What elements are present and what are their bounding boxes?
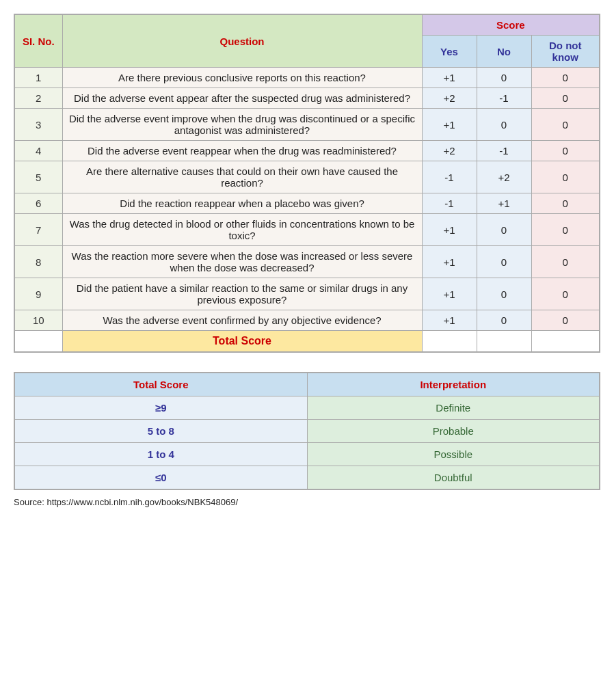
question-text: Was the drug detected in blood or other … [62,214,422,246]
question-text: Are there alternative causes that could … [62,161,422,193]
question-text: Did the adverse event reappear when the … [62,141,422,161]
score-no: 0 [477,109,531,141]
interp-row: 1 to 4Possible [14,443,600,466]
score-donotknow: 0 [531,68,600,88]
score-no: 0 [477,278,531,310]
col-header-no: No [477,36,531,68]
question-text: Was the reaction more severe when the do… [62,246,422,278]
score-donotknow: 0 [531,161,600,193]
score-donotknow: 0 [531,246,600,278]
col-header-yes: Yes [422,36,477,68]
interp-meaning: Doubtful [307,466,600,490]
score-no: +2 [477,161,531,193]
score-yes: +2 [422,88,477,109]
score-donotknow: 0 [531,278,600,310]
score-donotknow: 0 [531,88,600,109]
interp-meaning: Probable [307,420,600,443]
score-no: -1 [477,88,531,109]
col-header-question: Question [62,14,422,68]
col-header-score: Score [422,14,600,36]
score-no: 0 [477,68,531,88]
question-text: Did the reaction reappear when a placebo… [62,193,422,214]
total-score-label: Total Score [62,331,422,353]
si-number: 1 [14,68,62,88]
score-yes: -1 [422,161,477,193]
interp-row: ≥9Definite [14,396,600,420]
si-number: 6 [14,193,62,214]
si-number: 8 [14,246,62,278]
naranjo-table: SI. No. Question Score Yes No Do notknow… [14,14,600,353]
question-text: Did the adverse event improve when the d… [62,109,422,141]
table-row: 7Was the drug detected in blood or other… [14,214,600,246]
score-no: 0 [477,214,531,246]
table-row: 9Did the patient have a similar reaction… [14,278,600,310]
interp-col-score: Total Score [14,373,307,396]
score-no: 0 [477,246,531,278]
si-number: 9 [14,278,62,310]
score-yes: -1 [422,193,477,214]
interpretation-table: Total Score Interpretation ≥9Definite5 t… [14,372,600,490]
interp-score-value: 5 to 8 [14,420,307,443]
interp-col-interp: Interpretation [307,373,600,396]
interp-score-value: ≤0 [14,466,307,490]
score-no: 0 [477,310,531,331]
score-yes: +1 [422,278,477,310]
score-yes: +2 [422,141,477,161]
question-text: Are there previous conclusive reports on… [62,68,422,88]
table-row: 8Was the reaction more severe when the d… [14,246,600,278]
interp-row: ≤0Doubtful [14,466,600,490]
question-text: Did the patient have a similar reaction … [62,278,422,310]
interp-score-value: 1 to 4 [14,443,307,466]
question-text: Was the adverse event confirmed by any o… [62,310,422,331]
si-number: 3 [14,109,62,141]
table-row: 6Did the reaction reappear when a placeb… [14,193,600,214]
si-number: 2 [14,88,62,109]
score-donotknow: 0 [531,109,600,141]
score-donotknow: 0 [531,141,600,161]
col-header-donotknow: Do notknow [531,36,600,68]
score-yes: +1 [422,109,477,141]
score-yes: +1 [422,246,477,278]
si-number: 5 [14,161,62,193]
score-no: -1 [477,141,531,161]
table-row: 5Are there alternative causes that could… [14,161,600,193]
table-row: 4Did the adverse event reappear when the… [14,141,600,161]
table-row: 2Did the adverse event appear after the … [14,88,600,109]
score-yes: +1 [422,214,477,246]
si-number: 7 [14,214,62,246]
score-donotknow: 0 [531,193,600,214]
score-donotknow: 0 [531,310,600,331]
si-number: 4 [14,141,62,161]
question-text: Did the adverse event appear after the s… [62,88,422,109]
interp-meaning: Possible [307,443,600,466]
score-no: +1 [477,193,531,214]
table-row: 10Was the adverse event confirmed by any… [14,310,600,331]
total-score-row: Total Score [14,331,600,353]
interp-meaning: Definite [307,396,600,420]
si-number: 10 [14,310,62,331]
score-donotknow: 0 [531,214,600,246]
col-header-si: SI. No. [14,14,62,68]
table-row: 1Are there previous conclusive reports o… [14,68,600,88]
score-yes: +1 [422,310,477,331]
table-row: 3Did the adverse event improve when the … [14,109,600,141]
score-yes: +1 [422,68,477,88]
interp-score-value: ≥9 [14,396,307,420]
interp-row: 5 to 8Probable [14,420,600,443]
source-text: Source: https://www.ncbi.nlm.nih.gov/boo… [14,497,600,507]
